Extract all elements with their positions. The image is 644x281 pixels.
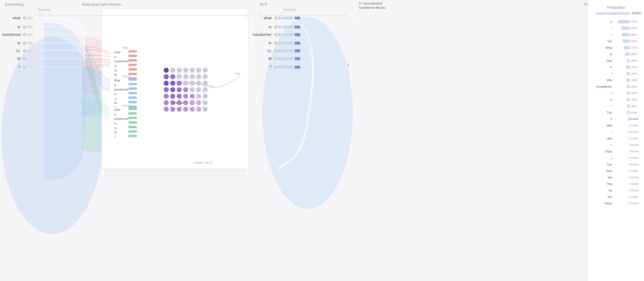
mlp-dot-is (274, 26, 277, 28)
prob-bar-8 (627, 72, 629, 75)
prob-bar-15 (629, 117, 629, 121)
prob-bar-7 (626, 65, 629, 69)
prob-bar-18 (629, 137, 629, 140)
prob-bar-17 (629, 130, 629, 134)
prob-bar-27 (629, 195, 629, 199)
mlp-token-transformer: transformer (248, 32, 273, 37)
prob-bar-21 (629, 156, 629, 160)
prob-value-10: 1.22% (630, 85, 642, 88)
prob-bar-6 (627, 59, 629, 62)
prob-item-16: Well<0.01% (590, 122, 642, 129)
token-bar-q (27, 66, 33, 69)
mlp-token-row-m: M (251, 56, 300, 61)
mlp-dot-transformer (274, 33, 277, 36)
prob-token-28: When (595, 202, 612, 205)
multihead-label: Multi-head Self Attention (82, 2, 122, 6)
prob-token-20: There (595, 150, 612, 153)
prob-token-7: In (595, 66, 612, 69)
prob-value-24: <0.01% (630, 176, 642, 179)
svg-rect-5 (102, 169, 248, 170)
query-bars (128, 78, 137, 108)
transformer-note: 11 more identical Transformer Blocks. (358, 1, 392, 10)
prob-value-2: 3.80% (630, 33, 642, 36)
prob-token-11: ) (595, 92, 612, 95)
prob-item-28: When<0.01% (590, 200, 642, 207)
mlp-dot-m (274, 57, 277, 60)
prob-token-25: That (595, 183, 612, 186)
token-bar-what (27, 17, 33, 19)
token-is: is (2, 25, 22, 29)
prob-bar-14 (627, 111, 629, 114)
token-bar-transformer (27, 33, 33, 36)
prob-token-0: It (595, 20, 612, 23)
prob-item-20: There<0.01% (590, 148, 642, 155)
svg-point-4 (262, 17, 353, 209)
prob-item-7: In1.57% (590, 64, 642, 70)
prob-bar-16 (629, 124, 629, 127)
prob-value-7: 1.57% (630, 66, 642, 69)
prob-item-8: (1.42% (590, 71, 642, 77)
prob-item-14: This1.02% (590, 109, 642, 116)
prob-token-22: Can (595, 163, 612, 166)
mlp-label: MLP (260, 2, 267, 6)
prob-list: It5.71%I3.87%=3.80%The3.21%What2.72%Is2.… (590, 19, 642, 207)
probabilities-sidebar: Probabilities 49.84% It5.71%I3.87%=3.80%… (588, 0, 644, 281)
prob-value-12: 1.21% (630, 98, 642, 101)
prob-value-0: 5.71% (630, 20, 642, 23)
token-dot-is (23, 26, 26, 28)
mlp-bar-is (282, 26, 293, 28)
prob-bar-19 (629, 143, 629, 147)
prob-bar-11 (627, 91, 629, 95)
prob-token-14: This (595, 111, 612, 114)
prob-value-9: 1.38% (630, 79, 642, 82)
prob-item-26: As<0.01% (590, 187, 642, 194)
token-bar-in (27, 42, 33, 45)
token-dot-q (23, 66, 26, 69)
prob-bar-12 (627, 98, 629, 101)
mlp-token-row-in: in (251, 41, 300, 45)
prob-token-15: If (595, 118, 612, 121)
token-m: M (2, 56, 22, 61)
residual-label-right: Residual (284, 8, 296, 11)
mlp-bar-in (282, 42, 293, 45)
prob-value-20: <0.01% (630, 150, 642, 153)
token-dot-in (23, 42, 26, 45)
out-label: Out (235, 72, 240, 75)
mlp-bar-what (282, 17, 293, 19)
mlp-token-q: ? (251, 65, 273, 69)
prob-value-8: 1.42% (630, 72, 642, 75)
prob-value-25: <0.01% (630, 183, 642, 185)
token-row-q: ? (2, 65, 33, 69)
svg-rect-7 (104, 172, 246, 173)
prob-value-13: 1.05% (630, 105, 642, 107)
prob-bar-0 (618, 20, 629, 23)
token-ll: LL (2, 49, 22, 53)
mlp-dot2-m (278, 57, 281, 60)
token-row-what: what (2, 16, 33, 20)
prob-token-21: ) (595, 157, 612, 160)
prob-token-2: = (595, 33, 612, 36)
mlp-dot2-transformer (278, 33, 281, 36)
prob-item-24: We<0.01% (590, 174, 642, 181)
token-transformer: transformer (2, 32, 22, 37)
prob-value-28: <0.01% (630, 202, 642, 205)
prob-item-11: )1.22% (590, 90, 642, 96)
prob-item-5: Is2.05% (590, 51, 642, 57)
token-row-in: in (2, 41, 33, 45)
prob-item-13: *1.05% (590, 103, 642, 109)
mlp-dot-what (274, 17, 277, 19)
mlp-bar-q (282, 66, 293, 69)
prob-item-25: That<0.01% (590, 181, 642, 187)
prob-token-18: And (595, 137, 612, 140)
head-label: Head 1 of 12 (195, 161, 213, 164)
prob-value-22: <0.01% (630, 163, 642, 166)
residual-label-left: Residual (38, 8, 50, 11)
prob-bar-10 (627, 85, 629, 88)
mlp-token-row-is: is (251, 25, 300, 29)
token-dot-m (23, 57, 26, 60)
prob-token-13: * (595, 105, 612, 108)
prob-item-3: The3.21% (590, 38, 642, 44)
prob-value-27: <0.01% (630, 196, 642, 198)
prob-value-1: 3.87% (630, 27, 642, 30)
prob-token-5: Is (595, 53, 612, 56)
